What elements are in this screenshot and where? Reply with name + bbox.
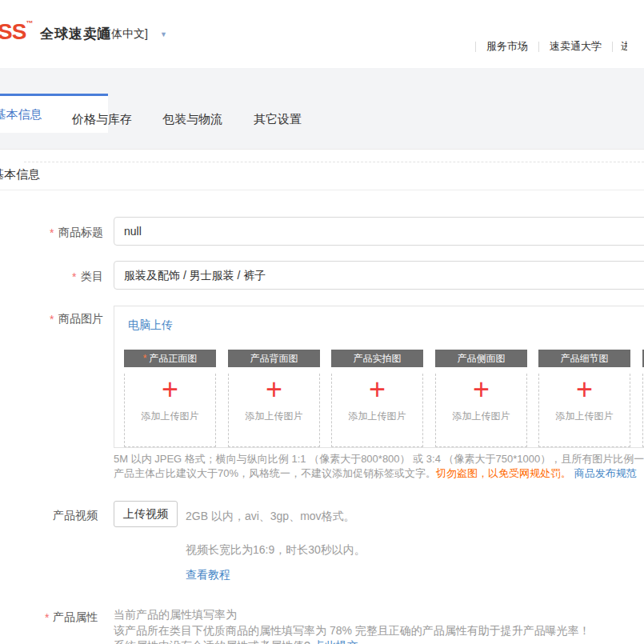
upload-video-button[interactable]: 上传视频: [114, 501, 178, 527]
aliexpress-logo: SS™: [0, 19, 32, 45]
product-title-label: 商品标题: [58, 226, 103, 240]
add-image-label: 添加上传图片: [229, 410, 319, 423]
slot-header: 产品实拍图: [331, 350, 423, 367]
required-asterisk: *: [50, 313, 54, 326]
upload-slot-back[interactable]: 产品背面图 +添加上传图片: [228, 350, 320, 447]
required-asterisk: *: [45, 611, 49, 624]
tab-price-stock[interactable]: 价格与库存: [72, 112, 132, 127]
section-divider: [0, 190, 644, 190]
dashed-divider: [24, 162, 644, 162]
tab-packing-logistics[interactable]: 包装与物流: [162, 112, 222, 127]
category-label: 类目: [81, 270, 103, 284]
chevron-down-icon: ▼: [160, 30, 167, 38]
divider: [612, 42, 613, 52]
slot-dropzone[interactable]: +添加上传图片: [124, 374, 216, 447]
add-image-label: 添加上传图片: [436, 410, 526, 423]
plus-icon: +: [436, 374, 526, 406]
slot-header: 产品细节图: [538, 350, 630, 367]
required-asterisk: *: [143, 353, 147, 364]
upload-slot-front[interactable]: *产品正面图 +添加上传图片: [124, 350, 216, 447]
add-image-label: 添加上传图片: [539, 410, 630, 423]
nav-link-university[interactable]: 速卖通大学: [550, 39, 602, 54]
plus-icon: +: [539, 374, 630, 406]
section-title: 基本信息: [0, 167, 40, 182]
image-note-line1: 5M 以内 JPEG 格式；横向与纵向比例 1:1 （像素大于800*800） …: [114, 452, 644, 466]
plus-icon: +: [229, 374, 319, 406]
partial-nav-link[interactable]: 进: [621, 39, 627, 54]
attr-fill-rate-line: 当前产品的属性填写率为: [114, 608, 237, 622]
tab-bar: 基本信息 价格与库存 包装与物流 其它设置: [0, 68, 644, 150]
attr-submit-line: 系统属性中没有合适的属性或者属性值? 点此提交: [114, 639, 358, 644]
upload-slot-detail[interactable]: 产品细节图 +添加上传图片: [538, 350, 630, 447]
tutorial-link[interactable]: 查看教程: [186, 568, 230, 582]
computer-upload-link[interactable]: 电脑上传: [128, 318, 173, 333]
image-note-line2: 产品主体占比建议大于70%，风格统一，不建议添加促销标签或文字。切勿盗图，以免受…: [114, 466, 637, 481]
attr-category-rate-line: 该产品所在类目下优质商品的属性填写率为 78% 完整且正确的产品属性有助于提升产…: [114, 624, 590, 638]
required-asterisk: *: [50, 226, 54, 239]
slot-header: 产品侧面图: [435, 350, 527, 367]
add-image-label: 添加上传图片: [332, 410, 422, 423]
product-title-input[interactable]: [114, 217, 644, 246]
slot-dropzone[interactable]: +添加上传图片: [331, 374, 423, 447]
product-attributes-label: 产品属性: [53, 610, 98, 625]
plus-icon: +: [332, 374, 422, 406]
divider: [475, 42, 476, 52]
video-note-format: 2GB 以内，avi、3gp、mov格式。: [186, 510, 355, 524]
video-note-ratio: 视频长宽比为16:9，时长30秒以内。: [186, 543, 366, 558]
top-nav: 服务市场 速卖通大学 进: [475, 39, 627, 54]
slot-dropzone[interactable]: +添加上传图片: [228, 374, 320, 447]
required-asterisk: *: [72, 270, 76, 283]
language-selector[interactable]: [简体中文]: [97, 27, 148, 42]
trademark-mark: ™: [26, 19, 32, 27]
slot-dropzone[interactable]: +添加上传图片: [435, 374, 527, 447]
category-field[interactable]: 服装及配饰 / 男士服装 / 裤子: [114, 261, 644, 290]
product-images-label: 商品图片: [58, 312, 103, 326]
nav-link-service-market[interactable]: 服务市场: [486, 39, 528, 54]
submit-attribute-link[interactable]: 点此提交: [314, 639, 358, 644]
slot-header: 产品背面图: [228, 350, 320, 367]
tab-other-settings[interactable]: 其它设置: [254, 112, 302, 127]
upload-slot-real-shot[interactable]: 产品实拍图 +添加上传图片: [331, 350, 423, 447]
divider: [538, 42, 539, 52]
warning-text: 切勿盗图，以免受网规处罚。: [436, 467, 571, 479]
slot-dropzone[interactable]: +添加上传图片: [538, 374, 630, 447]
add-image-label: 添加上传图片: [125, 410, 215, 423]
slot-header: *产品正面图: [124, 350, 216, 367]
product-video-label: 产品视频: [53, 509, 98, 523]
image-upload-panel: 电脑上传 *产品正面图 +添加上传图片 产品背面图 +添加上传图片 产品实拍图 …: [114, 306, 644, 448]
upload-slot-side[interactable]: 产品侧面图 +添加上传图片: [435, 350, 527, 447]
publish-rules-link[interactable]: 商品发布规范: [574, 467, 637, 479]
plus-icon: +: [125, 374, 215, 406]
